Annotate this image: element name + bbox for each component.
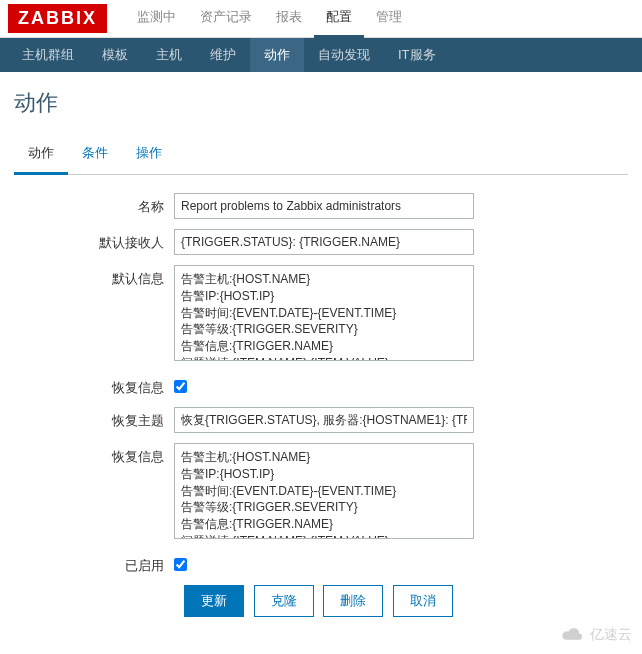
recovery-subject-label: 恢复主题 [14, 407, 174, 430]
enabled-checkbox[interactable] [174, 558, 187, 571]
topnav-item-4[interactable]: 管理 [364, 0, 414, 38]
top-nav: 监测中资产记录报表配置管理 [125, 0, 414, 38]
default-message-label: 默认信息 [14, 265, 174, 288]
recovery-info-checkbox[interactable] [174, 380, 187, 393]
update-button[interactable]: 更新 [184, 585, 244, 617]
tab-1[interactable]: 条件 [68, 136, 122, 175]
subnav-item-0[interactable]: 主机群组 [8, 38, 88, 72]
watermark: 亿速云 [558, 626, 632, 635]
default-message-textarea[interactable]: 告警主机:{HOST.NAME} 告警IP:{HOST.IP} 告警时间:{EV… [174, 265, 474, 361]
subnav-item-3[interactable]: 维护 [196, 38, 250, 72]
topnav-item-3[interactable]: 配置 [314, 0, 364, 38]
cancel-button[interactable]: 取消 [393, 585, 453, 617]
tab-2[interactable]: 操作 [122, 136, 176, 175]
enabled-label: 已启用 [14, 552, 174, 575]
topnav-item-1[interactable]: 资产记录 [188, 0, 264, 38]
name-label: 名称 [14, 193, 174, 216]
name-input[interactable] [174, 193, 474, 219]
sub-nav: 主机群组模板主机维护动作自动发现IT服务 [0, 38, 642, 72]
recovery-message-label: 恢复信息 [14, 443, 174, 466]
subnav-item-4[interactable]: 动作 [250, 38, 304, 72]
action-form: 名称 默认接收人 默认信息 告警主机:{HOST.NAME} 告警IP:{HOS… [0, 175, 642, 635]
cloud-icon [558, 627, 586, 635]
topnav-item-2[interactable]: 报表 [264, 0, 314, 38]
subnav-item-1[interactable]: 模板 [88, 38, 142, 72]
recovery-message-textarea[interactable]: 告警主机:{HOST.NAME} 告警IP:{HOST.IP} 告警时间:{EV… [174, 443, 474, 539]
topnav-item-0[interactable]: 监测中 [125, 0, 188, 38]
page-title: 动作 [0, 72, 642, 136]
default-recipient-label: 默认接收人 [14, 229, 174, 252]
recovery-subject-input[interactable] [174, 407, 474, 433]
subnav-item-5[interactable]: 自动发现 [304, 38, 384, 72]
default-recipient-input[interactable] [174, 229, 474, 255]
button-bar: 更新 克隆 删除 取消 [184, 585, 628, 617]
clone-button[interactable]: 克隆 [254, 585, 314, 617]
tab-0[interactable]: 动作 [14, 136, 68, 175]
subnav-item-6[interactable]: IT服务 [384, 38, 450, 72]
top-bar: ZABBIX 监测中资产记录报表配置管理 [0, 0, 642, 38]
form-tabs: 动作条件操作 [14, 136, 628, 175]
recovery-info-label: 恢复信息 [14, 374, 174, 397]
delete-button[interactable]: 删除 [323, 585, 383, 617]
watermark-text: 亿速云 [590, 626, 632, 635]
subnav-item-2[interactable]: 主机 [142, 38, 196, 72]
logo: ZABBIX [8, 4, 107, 33]
